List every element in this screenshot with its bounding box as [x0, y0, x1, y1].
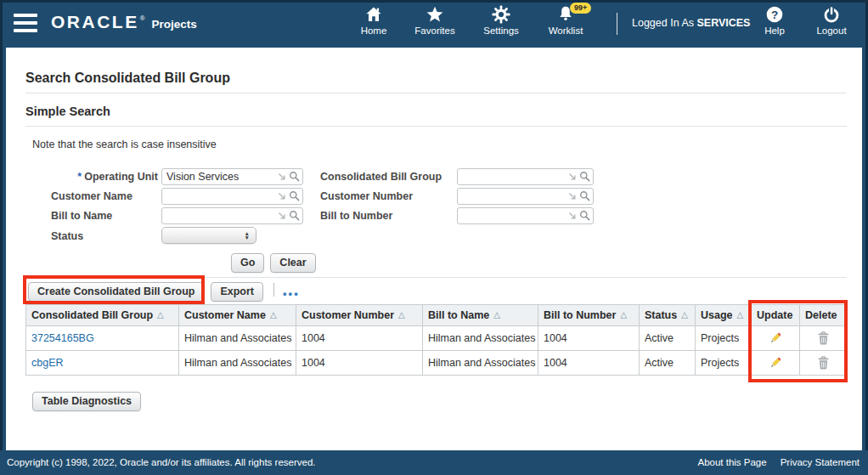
divider: [25, 93, 847, 93]
sort-icon[interactable]: △: [493, 310, 500, 319]
col-customer-name[interactable]: Customer Name△: [179, 305, 296, 326]
nav-help[interactable]: ? Help: [745, 5, 804, 36]
application-window: ORACLE® Projects Home Favorites: [0, 0, 868, 475]
sort-icon[interactable]: △: [270, 310, 277, 319]
status-select[interactable]: ▲ ▼: [161, 227, 256, 244]
cell-customer-number: 1004: [296, 326, 423, 351]
product-name: Projects: [152, 18, 197, 31]
go-button[interactable]: Go: [231, 253, 264, 273]
nav-home[interactable]: Home: [344, 5, 403, 36]
nav-favorites[interactable]: Favorites: [405, 5, 465, 36]
sort-icon[interactable]: △: [737, 310, 744, 319]
cell-bill-to-name: Hilman and Associates: [423, 351, 538, 376]
col-delete: Delete: [800, 305, 848, 326]
top-banner: ORACLE® Projects Home Favorites: [0, 0, 868, 48]
cell-bill-to-name: Hilman and Associates: [423, 326, 538, 351]
delete-trash-icon[interactable]: [817, 356, 830, 370]
sort-icon[interactable]: △: [620, 310, 627, 319]
lov-arrow-icon[interactable]: [568, 212, 577, 220]
col-bill-to-number[interactable]: Bill to Number△: [538, 305, 640, 326]
hamburger-menu-icon[interactable]: [14, 14, 37, 32]
table-diagnostics-button[interactable]: Table Diagnostics: [32, 392, 141, 411]
customer-number-label: Customer Number: [320, 188, 449, 205]
privacy-statement-link[interactable]: Privacy Statement: [781, 457, 860, 467]
sort-icon[interactable]: △: [681, 310, 688, 319]
consolidated-bill-group-field: [457, 168, 594, 185]
brand-name: ORACLE: [51, 12, 139, 32]
search-icon[interactable]: [289, 210, 300, 221]
col-update: Update: [752, 305, 800, 326]
sort-icon[interactable]: △: [157, 310, 164, 319]
bill-to-number-label: Bill to Number: [320, 207, 449, 224]
divider: [25, 126, 847, 127]
lov-arrow-icon[interactable]: [278, 212, 286, 220]
search-icon[interactable]: [579, 171, 590, 182]
status-label: Status: [51, 228, 158, 245]
nav-logout[interactable]: Logout: [802, 5, 861, 36]
page-content: Search Consolidated Bill Group Simple Se…: [6, 48, 862, 450]
cell-status: Active: [640, 351, 696, 376]
nav-home-label: Home: [344, 25, 403, 36]
operating-unit-label: *Operating Unit: [51, 168, 158, 185]
logged-in-text: Logged In As SERVICES: [632, 17, 750, 29]
bill-group-link[interactable]: cbgER: [31, 357, 64, 369]
delete-trash-icon[interactable]: [817, 331, 830, 345]
star-icon: [426, 5, 444, 24]
select-arrows-icon: ▲ ▼: [245, 231, 250, 240]
table-row: 37254165BG Hilman and Associates 1004 Hi…: [26, 326, 848, 351]
lov-arrow-icon[interactable]: [278, 172, 286, 181]
cell-bill-to-number: 1004: [538, 326, 640, 351]
action-separator: [273, 283, 274, 297]
nav-favorites-label: Favorites: [405, 25, 465, 36]
oracle-logo: ORACLE® Projects: [51, 12, 197, 32]
search-icon[interactable]: [289, 190, 300, 201]
logged-in-user: SERVICES: [696, 17, 750, 29]
lov-arrow-icon[interactable]: [568, 172, 577, 181]
about-this-page-link[interactable]: About this Page: [697, 457, 766, 467]
bill-to-number-field: [457, 207, 594, 224]
col-consolidated-bill-group[interactable]: Consolidated Bill Group△: [26, 305, 179, 326]
logged-in-prefix: Logged In As: [632, 17, 696, 29]
home-icon: [364, 5, 383, 24]
create-consolidated-bill-group-button[interactable]: Create Consolidated Bill Group: [28, 282, 204, 302]
help-icon: ?: [765, 5, 784, 24]
more-actions-button[interactable]: •••: [283, 287, 300, 300]
divider: [25, 277, 847, 278]
bill-group-link[interactable]: 37254165BG: [31, 332, 94, 344]
nav-worklist-label: Worklist: [536, 25, 595, 36]
update-pencil-icon[interactable]: [769, 356, 782, 370]
gear-icon: [492, 5, 510, 24]
update-pencil-icon[interactable]: [769, 331, 782, 345]
search-icon[interactable]: [579, 190, 590, 201]
power-icon: [822, 5, 841, 24]
lov-arrow-icon[interactable]: [568, 192, 577, 201]
export-button[interactable]: Export: [211, 282, 263, 302]
cell-bill-to-number: 1004: [538, 351, 640, 376]
nav-settings[interactable]: Settings: [471, 5, 531, 36]
trademark-mark: ®: [140, 14, 145, 22]
search-note: Note that the search is case insensitive: [32, 139, 217, 150]
table-row: cbgER Hilman and Associates 1004 Hilman …: [26, 351, 848, 376]
worklist-badge: 99+: [570, 3, 591, 14]
consolidated-bill-group-label: Consolidated Bill Group: [320, 168, 449, 185]
lov-arrow-icon[interactable]: [278, 192, 286, 201]
required-indicator: *: [77, 171, 82, 183]
nav-logout-label: Logout: [802, 25, 861, 36]
svg-text:?: ?: [771, 8, 778, 21]
search-icon[interactable]: [289, 171, 300, 182]
col-customer-number[interactable]: Customer Number△: [296, 305, 423, 326]
col-bill-to-name[interactable]: Bill to Name△: [423, 305, 538, 326]
clear-button[interactable]: Clear: [270, 253, 315, 273]
cell-customer-name: Hilman and Associates: [179, 326, 296, 351]
bill-to-name-field: [161, 207, 303, 224]
search-icon[interactable]: [579, 210, 590, 221]
customer-number-field: [457, 188, 594, 205]
section-title: Simple Search: [25, 105, 110, 118]
copyright-text: Copyright (c) 1998, 2022, Oracle and/or …: [7, 457, 316, 467]
nav-worklist[interactable]: 99+ Worklist: [536, 5, 595, 36]
col-usage[interactable]: Usage△: [696, 305, 752, 326]
col-status[interactable]: Status△: [640, 305, 696, 326]
sort-icon[interactable]: △: [398, 310, 405, 319]
table-header-row: Consolidated Bill Group△ Customer Name△ …: [26, 305, 848, 326]
page-title: Search Consolidated Bill Group: [25, 71, 230, 86]
